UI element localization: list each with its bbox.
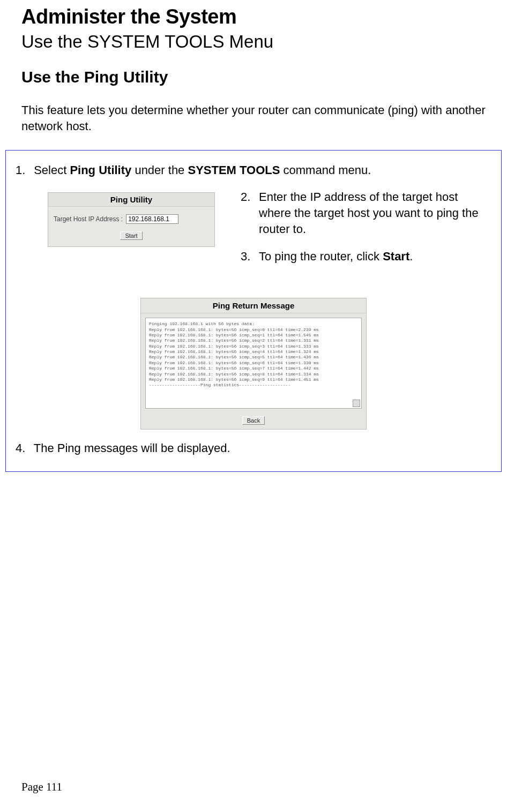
target-host-input[interactable] xyxy=(126,214,178,224)
step-4: 4. The Ping messages will be displayed. xyxy=(16,441,491,455)
heading-section: Use the SYSTEM TOOLS Menu xyxy=(21,32,486,52)
ping-line-12: --------------------Ping statistics-----… xyxy=(149,382,358,388)
ping-line-10: Reply from 192.168.168.1: bytes=56 icmp_… xyxy=(149,377,358,382)
start-button[interactable]: Start xyxy=(120,231,142,240)
intro-paragraph: This feature lets you determine whether … xyxy=(21,102,486,134)
ping-line-3: Reply from 192.168.168.1: bytes=56 icmp_… xyxy=(149,338,358,343)
ping-line-4: Reply from 192.168.168.1: bytes=56 icmp_… xyxy=(149,344,358,349)
step-2-number: 2. xyxy=(241,189,259,237)
step-1-text-b: under the xyxy=(131,163,188,177)
ping-return-title: Ping Return Message xyxy=(141,298,366,313)
ping-line-6: Reply from 192.168.168.1: bytes=56 icmp_… xyxy=(149,355,358,360)
document-page: Administer the System Use the SYSTEM TOO… xyxy=(0,0,507,472)
step-1: 1. Select Ping Utility under the SYSTEM … xyxy=(16,163,491,177)
step-3-number: 3. xyxy=(241,249,259,265)
heading-subsection: Use the Ping Utility xyxy=(21,68,486,86)
steps-right: 2. Enter the IP address of the target ho… xyxy=(241,189,491,276)
ping-line-8: Reply from 192.168.168.1: bytes=56 icmp_… xyxy=(149,366,358,371)
back-button[interactable]: Back xyxy=(242,416,265,425)
step-4-number: 4. xyxy=(16,441,31,455)
screenshot-ping-utility: Ping Utility Target Host IP Address : St… xyxy=(16,189,225,247)
ping-line-9: Reply from 192.168.168.1: bytes=56 icmp_… xyxy=(149,372,358,377)
ping-line-7: Reply from 192.168.168.1: bytes=56 icmp_… xyxy=(149,360,358,366)
page-number: Page 111 xyxy=(21,780,62,794)
step-4-text: The Ping messages will be displayed. xyxy=(34,441,230,455)
step-row: Ping Utility Target Host IP Address : St… xyxy=(16,189,491,276)
ping-line-5: Reply from 192.168.168.1: bytes=56 icmp_… xyxy=(149,349,358,355)
step-3: 3. To ping the router, click Start. xyxy=(241,249,491,265)
ping-line-2: Reply from 192.168.168.1: bytes=56 icmp_… xyxy=(149,333,358,338)
heading-chapter: Administer the System xyxy=(21,5,486,28)
ping-line-1: Reply from 192.168.168.1: bytes=56 icmp_… xyxy=(149,327,358,333)
step-1-bold-a: Ping Utility xyxy=(70,163,131,177)
step-1-number: 1. xyxy=(16,163,31,177)
ping-output-textarea[interactable]: Pinging 192.168.168.1 with 56 bytes data… xyxy=(145,318,362,409)
step-1-text-c: command menu. xyxy=(280,163,371,177)
target-host-label: Target Host IP Address : xyxy=(54,215,123,223)
step-3-text-a: To ping the router, click xyxy=(259,250,383,263)
step-3-text-b: . xyxy=(409,250,413,263)
screenshot-ping-return: Ping Return Message Pinging 192.168.168.… xyxy=(140,298,367,430)
scroll-handle-icon[interactable] xyxy=(353,400,360,407)
step-1-text-a: Select xyxy=(34,163,70,177)
step-2-text: Enter the IP address of the target host … xyxy=(259,189,491,237)
ping-line-0: Pinging 192.168.168.1 with 56 bytes data… xyxy=(149,321,358,327)
instruction-box: 1. Select Ping Utility under the SYSTEM … xyxy=(5,150,502,472)
step-1-bold-b: SYSTEM TOOLS xyxy=(188,163,280,177)
step-3-bold: Start xyxy=(383,250,409,263)
ping-utility-title: Ping Utility xyxy=(48,193,214,207)
ping-utility-panel: Ping Utility Target Host IP Address : St… xyxy=(48,192,215,247)
step-2: 2. Enter the IP address of the target ho… xyxy=(241,189,491,237)
